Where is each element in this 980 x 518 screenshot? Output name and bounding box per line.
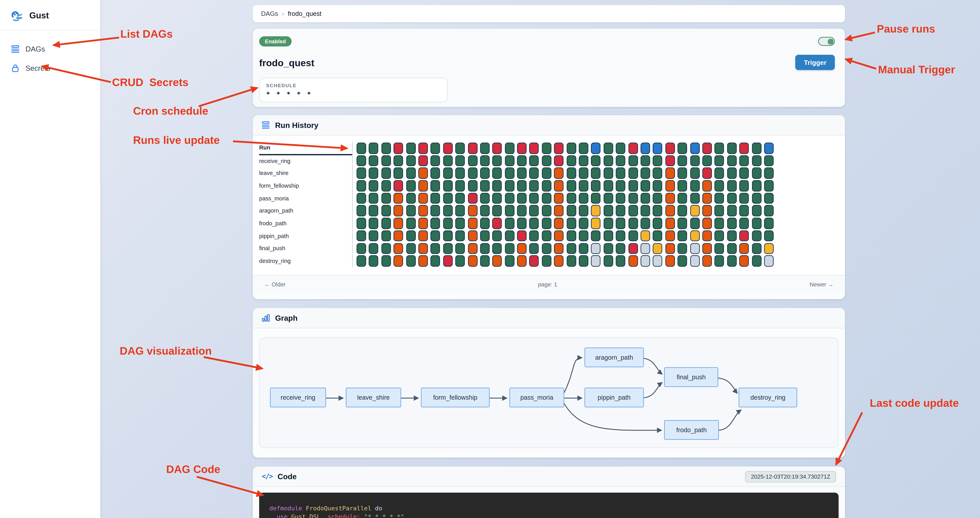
run-status-cell[interactable] [394,243,403,254]
run-status-cell[interactable] [455,218,465,229]
run-status-cell[interactable] [530,218,539,229]
run-status-cell[interactable] [739,180,749,191]
graph-node-pass_moria[interactable]: pass_moria [509,388,564,407]
run-status-cell[interactable] [579,143,589,154]
run-status-cell[interactable] [678,230,687,242]
run-status-cell[interactable] [653,143,662,154]
run-status-cell[interactable] [603,180,613,191]
run-status-cell[interactable] [714,230,724,242]
run-status-cell[interactable] [603,193,613,204]
run-status-cell[interactable] [579,243,589,254]
run-status-cell[interactable] [591,218,601,229]
run-status-cell[interactable] [752,143,761,154]
run-status-cell[interactable] [641,168,650,179]
newer-button[interactable]: Newer → [810,281,834,288]
run-status-cell[interactable] [480,143,490,154]
run-status-cell[interactable] [492,205,502,216]
run-status-cell[interactable] [678,155,687,166]
run-status-cell[interactable] [517,205,527,216]
run-status-cell[interactable] [356,168,366,179]
run-status-cell[interactable] [616,193,625,204]
run-status-cell[interactable] [628,230,638,242]
run-status-cell[interactable] [727,193,737,204]
run-status-cell[interactable] [468,230,477,242]
sidebar-item-dags[interactable]: DAGs [0,40,100,59]
run-status-cell[interactable] [566,205,576,216]
run-status-cell[interactable] [678,218,687,229]
run-status-cell[interactable] [431,168,440,179]
run-status-cell[interactable] [505,193,514,204]
run-status-cell[interactable] [431,218,440,229]
run-status-cell[interactable] [505,143,514,154]
run-status-cell[interactable] [566,230,576,242]
run-status-cell[interactable] [714,143,724,154]
run-status-cell[interactable] [764,143,773,154]
run-status-cell[interactable] [727,155,737,166]
run-status-cell[interactable] [418,155,428,166]
run-status-cell[interactable] [641,143,650,154]
run-status-cell[interactable] [530,255,539,267]
run-status-cell[interactable] [579,230,589,242]
run-status-cell[interactable] [443,193,453,204]
run-status-cell[interactable] [369,180,379,191]
run-status-cell[interactable] [443,205,453,216]
graph-node-aragorn_path[interactable]: aragorn_path [584,348,644,367]
run-status-cell[interactable] [492,155,502,166]
graph-node-frodo_path[interactable]: frodo_path [664,420,719,440]
run-status-cell[interactable] [678,180,687,191]
run-status-cell[interactable] [369,193,379,204]
run-status-cell[interactable] [505,205,514,216]
run-status-cell[interactable] [554,205,564,216]
run-status-cell[interactable] [517,168,527,179]
run-status-cell[interactable] [752,255,761,267]
run-status-cell[interactable] [603,255,613,267]
run-status-cell[interactable] [739,193,749,204]
run-status-cell[interactable] [381,205,391,216]
run-status-cell[interactable] [752,218,761,229]
run-status-cell[interactable] [665,255,675,267]
run-status-cell[interactable] [739,143,749,154]
run-status-cell[interactable] [616,230,625,242]
run-status-cell[interactable] [542,205,551,216]
run-status-cell[interactable] [554,243,564,254]
run-status-cell[interactable] [381,155,391,166]
run-status-cell[interactable] [394,168,403,179]
run-status-cell[interactable] [468,168,477,179]
run-status-cell[interactable] [431,143,440,154]
run-status-cell[interactable] [381,230,391,242]
run-status-cell[interactable] [418,255,428,267]
run-status-cell[interactable] [480,180,490,191]
run-status-cell[interactable] [641,230,650,242]
graph-node-pippin_path[interactable]: pippin_path [584,388,644,407]
run-status-cell[interactable] [653,255,662,267]
run-status-cell[interactable] [628,168,638,179]
run-status-cell[interactable] [468,218,477,229]
run-status-cell[interactable] [616,143,625,154]
run-status-cell[interactable] [566,218,576,229]
run-status-cell[interactable] [505,243,514,254]
run-status-cell[interactable] [727,218,737,229]
run-status-cell[interactable] [530,243,539,254]
run-status-cell[interactable] [431,255,440,267]
run-status-cell[interactable] [468,180,477,191]
breadcrumb-root[interactable]: DAGs [261,10,278,17]
run-status-cell[interactable] [579,193,589,204]
run-status-cell[interactable] [480,243,490,254]
run-status-cell[interactable] [505,155,514,166]
run-status-cell[interactable] [356,155,366,166]
run-status-cell[interactable] [566,243,576,254]
run-status-cell[interactable] [752,180,761,191]
run-status-cell[interactable] [369,218,379,229]
run-status-cell[interactable] [764,168,773,179]
run-status-cell[interactable] [752,243,761,254]
run-status-cell[interactable] [356,230,366,242]
run-status-cell[interactable] [690,205,700,216]
run-status-cell[interactable] [542,180,551,191]
run-status-cell[interactable] [356,218,366,229]
run-status-cell[interactable] [690,180,700,191]
run-status-cell[interactable] [566,180,576,191]
run-status-cell[interactable] [517,155,527,166]
run-status-cell[interactable] [443,255,453,267]
run-status-cell[interactable] [492,255,502,267]
pause-toggle[interactable] [818,37,835,46]
